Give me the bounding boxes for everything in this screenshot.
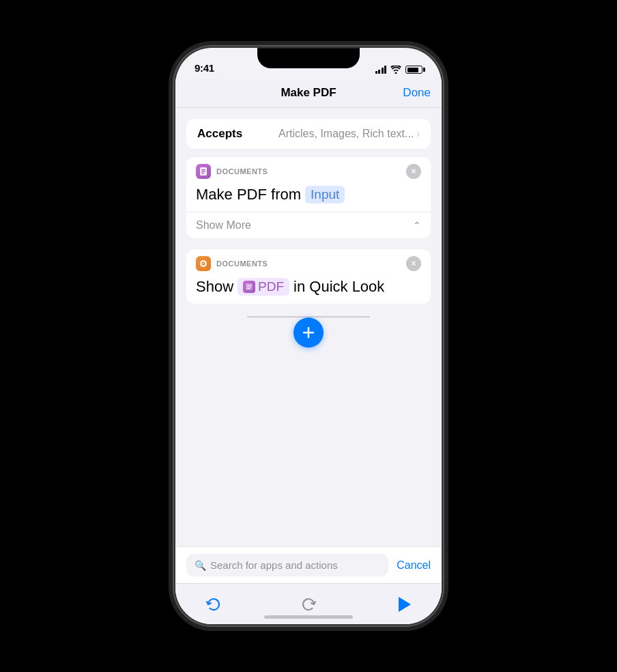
play-icon [399,597,411,612]
undo-icon [204,595,223,614]
status-time: 9:41 [195,62,214,74]
run-button[interactable] [392,593,414,615]
signal-icon [375,66,387,74]
svg-rect-3 [201,173,204,173]
accepts-label: Accepts [197,127,242,141]
card2-close-button[interactable]: × [406,256,421,271]
search-input-wrap[interactable]: 🔍 Search for apps and actions [186,554,388,576]
cancel-button[interactable]: Cancel [397,559,431,572]
svg-rect-1 [201,169,205,170]
done-button[interactable]: Done [403,86,431,100]
svg-rect-9 [247,287,252,288]
pdf-token-icon [243,281,255,293]
svg-point-6 [203,263,204,264]
wifi-icon [390,66,401,74]
svg-rect-8 [247,285,252,285]
phone-frame: 9:41 Make PDF Done [175,48,442,624]
card1-body: Make PDF from Input [186,183,431,212]
search-bar: 🔍 Search for apps and actions Cancel [175,546,442,583]
chevron-right-icon: › [416,128,420,139]
card1-input-token[interactable]: Input [305,186,345,204]
accepts-value[interactable]: Articles, Images, Rich text... › [278,128,420,140]
status-icons [375,66,423,74]
card1-category: DOCUMENTS [216,167,268,176]
card2-category: DOCUMENTS [216,260,268,268]
card2-doc-icon [196,256,211,271]
card1-close-button[interactable]: × [406,164,421,179]
card1-header-left: DOCUMENTS [196,164,268,179]
search-icon: 🔍 [195,560,206,571]
redo-button[interactable] [298,593,319,615]
card1-header: DOCUMENTS × [186,157,431,183]
add-action-button[interactable] [293,318,324,348]
show-more-row[interactable]: Show More ⌃ [186,212,431,238]
card2-suffix: in Quick Look [293,278,384,296]
card1-text: Make PDF from Input [196,186,421,204]
card2-prefix: Show [196,278,233,296]
home-indicator [264,615,353,619]
show-more-text: Show More [196,219,251,232]
chevron-up-icon: ⌃ [413,220,421,231]
accepts-value-text: Articles, Images, Rich text... [278,128,414,140]
card2-body: Show PDF in Quick Look [186,275,431,304]
notch [257,48,360,68]
nav-bar: Make PDF Done [175,78,442,108]
svg-rect-10 [247,288,250,289]
nav-title: Make PDF [281,86,336,100]
search-placeholder: Search for apps and actions [210,559,338,571]
svg-rect-2 [201,171,205,172]
card1-prefix: Make PDF from [196,186,301,204]
show-pdf-card: DOCUMENTS × Show [186,249,431,304]
accepts-row[interactable]: Accepts Articles, Images, Rich text... › [186,119,431,149]
card2-pdf-label: PDF [258,279,284,294]
redo-icon [299,595,318,614]
add-action-area [175,318,442,348]
undo-button[interactable] [203,593,225,615]
card2-text: Show PDF in Quick Look [196,278,421,296]
card2-header: DOCUMENTS × [186,249,431,275]
make-pdf-card: DOCUMENTS × Make PDF from Input Show Mor… [186,157,431,238]
battery-icon [405,66,422,74]
content-area: Accepts Articles, Images, Rich text... › [175,108,442,624]
card1-doc-icon [196,164,211,179]
card2-header-left: DOCUMENTS [196,256,268,271]
card2-pdf-token[interactable]: PDF [238,278,289,296]
